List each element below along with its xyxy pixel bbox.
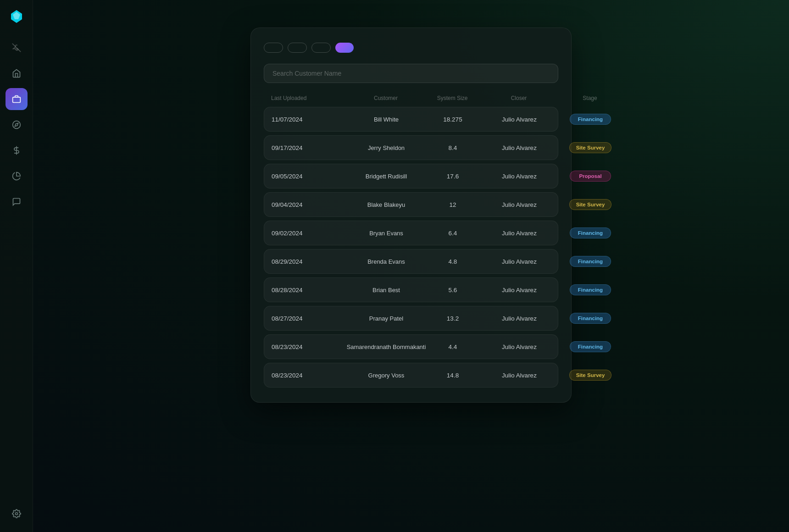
cell-stage: Proposal (561, 171, 620, 182)
stage-badge: Site Survey (569, 142, 612, 153)
table-row[interactable]: 09/17/2024 Jerry Sheldon 8.4 Julio Alvar… (264, 135, 558, 160)
cell-size: 14.8 (428, 372, 478, 379)
cell-stage: Financing (561, 256, 620, 267)
cell-date: 09/05/2024 (272, 173, 345, 180)
cell-stage: Financing (561, 227, 620, 238)
sidebar-item-settings[interactable] (6, 503, 28, 525)
cell-closer: Julio Alvarez (478, 116, 561, 123)
app-logo (7, 7, 26, 26)
transfer-project-button[interactable] (288, 43, 307, 53)
sidebar-item-notifications[interactable] (6, 37, 28, 59)
cell-stage: Financing (561, 341, 620, 352)
cell-date: 08/27/2024 (272, 315, 345, 322)
table-row[interactable]: 08/29/2024 Brenda Evans 4.8 Julio Alvare… (264, 249, 558, 274)
col-last-uploaded: Last Uploaded (271, 95, 344, 101)
main-content: Last Uploaded Customer System Size Close… (33, 0, 789, 532)
sidebar-item-analytics[interactable] (6, 165, 28, 187)
cell-size: 4.4 (428, 344, 478, 350)
cell-customer: Bridgett Rudisill (345, 173, 428, 180)
cell-customer: Bill White (345, 116, 428, 123)
table-row[interactable]: 09/05/2024 Bridgett Rudisill 17.6 Julio … (264, 164, 558, 188)
sidebar-item-home[interactable] (6, 62, 28, 84)
cell-date: 09/17/2024 (272, 144, 345, 151)
cell-closer: Julio Alvarez (478, 173, 561, 180)
col-customer: Customer (344, 95, 427, 101)
cell-closer: Julio Alvarez (478, 201, 561, 208)
cell-customer: Bryan Evans (345, 230, 428, 237)
cell-customer: Gregory Voss (345, 372, 428, 379)
sidebar-item-explore[interactable] (6, 114, 28, 136)
stage-badge: Financing (570, 227, 611, 238)
search-input[interactable] (264, 64, 558, 83)
projects-card: Last Uploaded Customer System Size Close… (250, 28, 572, 403)
cell-date: 09/04/2024 (272, 201, 345, 208)
stage-badge: Site Survey (569, 199, 612, 210)
cell-size: 6.4 (428, 230, 478, 237)
cell-closer: Julio Alvarez (478, 287, 561, 294)
table-row[interactable]: 09/02/2024 Bryan Evans 6.4 Julio Alvarez… (264, 221, 558, 245)
cell-date: 08/29/2024 (272, 258, 345, 265)
stage-badge: Financing (570, 313, 611, 324)
table-row[interactable]: 08/23/2024 Gregory Voss 14.8 Julio Alvar… (264, 363, 558, 388)
col-closer: Closer (478, 95, 560, 101)
stage-badge: Financing (570, 114, 611, 125)
sidebar-item-messages[interactable] (6, 191, 28, 213)
svg-point-4 (12, 121, 20, 129)
table-row[interactable]: 08/27/2024 Pranay Patel 13.2 Julio Alvar… (264, 306, 558, 331)
cell-stage: Site Survey (561, 370, 620, 381)
cell-customer: Brian Best (345, 287, 428, 294)
sidebar (0, 0, 33, 532)
cell-closer: Julio Alvarez (478, 344, 561, 350)
cell-stage: Financing (561, 284, 620, 295)
table-row[interactable]: 09/04/2024 Blake Blakeyu 12 Julio Alvare… (264, 192, 558, 217)
table-row[interactable]: 11/07/2024 Bill White 18.275 Julio Alvar… (264, 107, 558, 132)
table-rows: 11/07/2024 Bill White 18.275 Julio Alvar… (264, 107, 558, 388)
col-stage: Stage (560, 95, 620, 101)
cell-size: 4.8 (428, 258, 478, 265)
cell-customer: Brenda Evans (345, 258, 428, 265)
sidebar-item-projects[interactable] (6, 88, 28, 110)
cell-size: 17.6 (428, 173, 478, 180)
cell-closer: Julio Alvarez (478, 144, 561, 151)
toolbar (264, 43, 558, 53)
cell-closer: Julio Alvarez (478, 372, 561, 379)
stage-badge: Proposal (570, 171, 611, 182)
svg-point-7 (15, 513, 17, 515)
table-header: Last Uploaded Customer System Size Close… (264, 92, 558, 104)
stage-badge: Site Survey (569, 370, 612, 381)
cell-date: 08/23/2024 (272, 372, 345, 379)
search-wrap (264, 64, 558, 83)
cell-size: 13.2 (428, 315, 478, 322)
svg-rect-3 (12, 97, 20, 103)
stage-badge: Financing (570, 341, 611, 352)
cell-date: 09/02/2024 (272, 230, 345, 237)
stage-badge: Financing (570, 256, 611, 267)
cell-size: 12 (428, 201, 478, 208)
reset-forms-button[interactable] (311, 43, 331, 53)
cell-customer: Pranay Patel (345, 315, 428, 322)
cell-date: 08/28/2024 (272, 287, 345, 294)
cell-size: 8.4 (428, 144, 478, 151)
cell-size: 18.275 (428, 116, 478, 123)
cell-closer: Julio Alvarez (478, 315, 561, 322)
cell-customer: Samarendranath Bommakanti (345, 344, 428, 350)
cell-stage: Site Survey (561, 199, 620, 210)
cell-stage: Financing (561, 313, 620, 324)
table-row[interactable]: 08/28/2024 Brian Best 5.6 Julio Alvarez … (264, 277, 558, 302)
cell-size: 5.6 (428, 287, 478, 294)
cell-closer: Julio Alvarez (478, 230, 561, 237)
sidebar-item-finance[interactable] (6, 139, 28, 161)
cell-closer: Julio Alvarez (478, 258, 561, 265)
stage-badge: Financing (570, 284, 611, 295)
cell-customer: Blake Blakeyu (345, 201, 428, 208)
cell-date: 08/23/2024 (272, 344, 345, 350)
cell-stage: Financing (561, 114, 620, 125)
delete-project-button[interactable] (264, 43, 283, 53)
cell-customer: Jerry Sheldon (345, 144, 428, 151)
svg-marker-5 (15, 123, 18, 126)
new-project-button[interactable] (335, 43, 354, 53)
cell-stage: Site Survey (561, 142, 620, 153)
col-system-size: System Size (427, 95, 478, 101)
cell-date: 11/07/2024 (272, 116, 345, 123)
table-row[interactable]: 08/23/2024 Samarendranath Bommakanti 4.4… (264, 334, 558, 359)
